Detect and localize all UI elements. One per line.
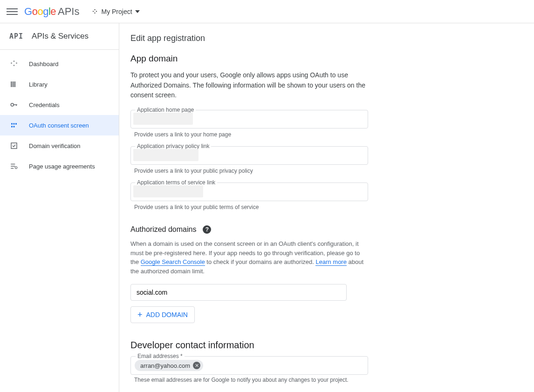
developer-contact-heading: Developer contact information <box>130 340 501 351</box>
sidebar-item-label: Credentials <box>29 101 60 108</box>
remove-chip-icon[interactable]: ✕ <box>193 362 200 369</box>
sidebar-header: API APIs & Services <box>0 23 119 50</box>
key-icon <box>9 100 19 109</box>
top-bar: Google APIs ⁘ My Project <box>0 0 534 23</box>
field-help: These email addresses are for Google to … <box>134 377 501 383</box>
chevron-down-icon <box>135 10 140 13</box>
sidebar-nav: Dashboard Library Credentials OAuth cons… <box>0 50 119 176</box>
sidebar-item-label: Page usage agreements <box>29 163 95 170</box>
plus-icon: + <box>137 311 143 319</box>
svg-point-3 <box>11 103 14 106</box>
field-help: Provide users a link to your public priv… <box>134 168 501 174</box>
field-help: Provide users a link to your public term… <box>134 204 501 210</box>
authorized-domains-heading: Authorized domains <box>130 225 196 234</box>
sidebar-item-dashboard[interactable]: Dashboard <box>0 54 119 74</box>
help-icon[interactable]: ? <box>203 225 211 234</box>
check-box-icon <box>9 141 19 150</box>
field-label: Application home page <box>135 107 196 113</box>
svg-rect-5 <box>16 104 17 106</box>
privacy-field: Application privacy policy link <box>130 146 501 165</box>
app-domain-heading: App domain <box>130 54 501 64</box>
svg-rect-11 <box>11 143 17 149</box>
svg-rect-9 <box>11 126 13 128</box>
library-icon <box>9 80 19 89</box>
dashboard-icon <box>9 59 19 68</box>
field-label: Email addresses * <box>136 353 185 359</box>
svg-rect-0 <box>11 81 12 87</box>
redacted-value <box>133 185 203 197</box>
svg-rect-2 <box>14 81 15 87</box>
sidebar-item-label: Domain verification <box>29 142 81 149</box>
sidebar-item-page-usage[interactable]: Page usage agreements <box>0 156 119 176</box>
google-apis-logo[interactable]: Google APIs <box>24 6 79 18</box>
add-domain-button[interactable]: + ADD DOMAIN <box>130 306 195 323</box>
sidebar-item-library[interactable]: Library <box>0 74 119 95</box>
redacted-value <box>133 149 199 161</box>
terms-field: Application terms of service link <box>130 182 501 201</box>
app-domain-description: To protect you and your users, Google on… <box>130 70 368 101</box>
svg-rect-10 <box>14 126 15 128</box>
field-label: Application privacy policy link <box>135 143 211 149</box>
agreement-icon <box>9 162 19 171</box>
page-title: Edit app registration <box>130 34 501 43</box>
svg-rect-6 <box>11 123 13 125</box>
svg-point-15 <box>15 167 17 169</box>
authorized-domain-input[interactable] <box>130 284 347 301</box>
redacted-value <box>133 113 193 125</box>
field-help: Provide users a link to your home page <box>134 131 501 138</box>
svg-rect-13 <box>11 166 15 167</box>
add-domain-label: ADD DOMAIN <box>146 311 188 318</box>
svg-rect-12 <box>11 164 15 165</box>
sidebar-item-domain-verification[interactable]: Domain verification <box>0 135 119 156</box>
sidebar-item-label: Dashboard <box>29 61 59 68</box>
sidebar: API APIs & Services Dashboard Library Cr… <box>0 23 119 392</box>
api-logo-icon: API <box>9 32 23 41</box>
sidebar-item-label: OAuth consent screen <box>29 122 89 129</box>
project-name: My Project <box>101 8 132 15</box>
svg-rect-7 <box>14 123 15 125</box>
email-chip: arran@yahoo.com ✕ <box>135 360 203 371</box>
svg-rect-14 <box>11 168 14 169</box>
project-selector[interactable]: ⁘ My Project <box>91 7 139 16</box>
svg-rect-1 <box>13 81 14 87</box>
sidebar-item-credentials[interactable]: Credentials <box>0 95 119 115</box>
field-label: Application terms of service link <box>135 179 217 186</box>
authorized-domains-description: When a domain is used on the consent scr… <box>130 239 368 276</box>
consent-icon <box>9 121 19 130</box>
search-console-link[interactable]: Google Search Console <box>141 258 205 266</box>
svg-rect-8 <box>15 123 17 125</box>
learn-more-link[interactable]: Learn more <box>315 258 346 266</box>
menu-icon[interactable] <box>7 6 18 17</box>
sidebar-item-oauth-consent[interactable]: OAuth consent screen <box>0 115 119 135</box>
email-chip-text: arran@yahoo.com <box>140 362 190 369</box>
email-addresses-field[interactable]: Email addresses * arran@yahoo.com ✕ <box>130 356 368 375</box>
home-page-field: Application home page <box>130 110 501 128</box>
sidebar-title: APIs & Services <box>32 32 89 41</box>
sidebar-item-label: Library <box>29 81 48 88</box>
main-content: Edit app registration App domain To prot… <box>119 23 501 392</box>
project-dots-icon: ⁘ <box>91 7 98 16</box>
